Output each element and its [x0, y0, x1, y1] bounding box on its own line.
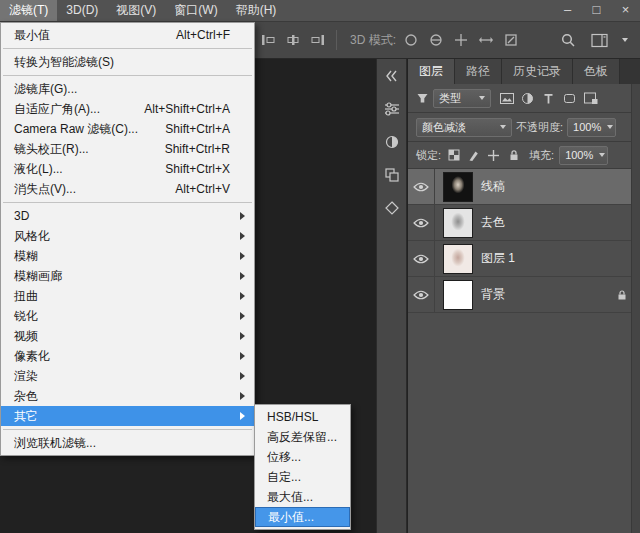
- tab-swatches[interactable]: 色板: [573, 59, 620, 84]
- filter-menu: 最小值 Alt+Ctrl+F 转换为智能滤镜(S) 滤镜库(G)... 自适应广…: [0, 22, 255, 456]
- tab-layers[interactable]: 图层: [408, 59, 455, 84]
- eye-icon: [413, 254, 429, 264]
- close-icon[interactable]: ×: [611, 0, 640, 22]
- lock-position-icon[interactable]: [486, 147, 501, 163]
- menu-view[interactable]: 视图(V): [107, 0, 165, 21]
- filter-type-layers-icon[interactable]: [539, 89, 558, 107]
- search-icon[interactable]: [558, 30, 578, 50]
- menu-item-other[interactable]: 其它: [1, 406, 254, 426]
- menu-item-blur[interactable]: 模糊: [1, 246, 254, 266]
- eye-icon: [413, 290, 429, 300]
- filter-type-select[interactable]: 类型: [433, 89, 491, 108]
- tab-history[interactable]: 历史记录: [502, 59, 573, 84]
- menu-item-stylize[interactable]: 风格化: [1, 226, 254, 246]
- submenu-item-offset[interactable]: 位移...: [255, 447, 350, 467]
- 3d-roll-icon[interactable]: [426, 30, 446, 50]
- menu-item-3d[interactable]: 3D: [1, 206, 254, 226]
- align-right-icon[interactable]: [308, 30, 328, 50]
- tab-paths[interactable]: 路径: [455, 59, 502, 84]
- layer-row-desaturate[interactable]: 去色: [408, 205, 640, 241]
- filter-smart-object-icon[interactable]: [581, 89, 600, 107]
- visibility-toggle[interactable]: [408, 277, 435, 312]
- layer-thumbnail[interactable]: [443, 172, 473, 202]
- filter-adjustment-icon[interactable]: [518, 89, 537, 107]
- menu-item-convert-smart-filters[interactable]: 转换为智能滤镜(S): [1, 52, 254, 72]
- shortcut: Shift+Ctrl+A: [165, 122, 230, 136]
- fill-value: 100%: [565, 149, 593, 161]
- threed-panel-icon[interactable]: [380, 196, 404, 220]
- expand-panels-icon[interactable]: [380, 64, 404, 88]
- filter-image-icon[interactable]: [497, 89, 516, 107]
- submenu-item-maximum[interactable]: 最大值...: [255, 487, 350, 507]
- fill-input[interactable]: 100%: [559, 146, 608, 165]
- panel-scrollbar[interactable]: [631, 84, 640, 533]
- layer-row-background[interactable]: 背景: [408, 277, 640, 313]
- menu-item-adaptive-wide-angle[interactable]: 自适应广角(A)... Alt+Shift+Ctrl+A: [1, 99, 254, 119]
- layer-row-layer1[interactable]: 图层 1: [408, 241, 640, 277]
- submenu-arrow-icon: [240, 232, 245, 240]
- menu-item-camera-raw[interactable]: Camera Raw 滤镜(C)... Shift+Ctrl+A: [1, 119, 254, 139]
- visibility-toggle[interactable]: [408, 205, 435, 240]
- menu-separator: [3, 429, 252, 430]
- menu-item-minimum-repeat[interactable]: 最小值 Alt+Ctrl+F: [1, 25, 254, 45]
- 3d-orbit-icon[interactable]: [401, 30, 421, 50]
- shortcut: Alt+Ctrl+V: [175, 182, 230, 196]
- menu-item-blur-gallery[interactable]: 模糊画廊: [1, 266, 254, 286]
- lock-transparent-icon[interactable]: [446, 147, 461, 163]
- menu-separator: [3, 202, 252, 203]
- menu-item-distort[interactable]: 扭曲: [1, 286, 254, 306]
- menu-3d[interactable]: 3D(D): [57, 0, 107, 21]
- menu-item-video[interactable]: 视频: [1, 326, 254, 346]
- adjustments-panel-icon[interactable]: [380, 130, 404, 154]
- lock-all-icon[interactable]: [506, 147, 521, 163]
- visibility-toggle[interactable]: [408, 169, 435, 204]
- opacity-input[interactable]: 100%: [567, 118, 616, 137]
- layer-thumbnail[interactable]: [443, 280, 473, 310]
- 3d-scale-icon[interactable]: [501, 30, 521, 50]
- submenu-item-minimum[interactable]: 最小值...: [255, 507, 350, 527]
- workspace-dropdown-icon[interactable]: [622, 38, 628, 42]
- photoshop-window: 滤镜(T) 3D(D) 视图(V) 窗口(W) 帮助(H) – □ × 3D 模…: [0, 0, 640, 533]
- layer-name: 线稿: [481, 178, 505, 195]
- window-controls: – □ ×: [553, 0, 640, 21]
- submenu-item-custom[interactable]: 自定...: [255, 467, 350, 487]
- menu-item-noise[interactable]: 杂色: [1, 386, 254, 406]
- menu-help[interactable]: 帮助(H): [227, 0, 286, 21]
- lock-pixels-icon[interactable]: [466, 147, 481, 163]
- menu-item-lens-correction[interactable]: 镜头校正(R)... Shift+Ctrl+R: [1, 139, 254, 159]
- panel-dock: [376, 59, 407, 533]
- filter-shape-icon[interactable]: [560, 89, 579, 107]
- restore-icon[interactable]: □: [582, 0, 611, 22]
- submenu-item-hsb-hsl[interactable]: HSB/HSL: [255, 407, 350, 427]
- menu-item-liquify[interactable]: 液化(L)... Shift+Ctrl+X: [1, 159, 254, 179]
- menu-item-vanishing-point[interactable]: 消失点(V)... Alt+Ctrl+V: [1, 179, 254, 199]
- blend-mode-select[interactable]: 颜色减淡: [416, 118, 512, 137]
- menu-item-browse-filters-online[interactable]: 浏览联机滤镜...: [1, 433, 254, 453]
- submenu-item-high-pass[interactable]: 高反差保留...: [255, 427, 350, 447]
- layer-thumbnail[interactable]: [443, 208, 473, 238]
- align-left-icon[interactable]: [258, 30, 278, 50]
- properties-panel-icon[interactable]: [380, 97, 404, 121]
- filter-funnel-icon: [416, 92, 429, 104]
- channels-panel-icon[interactable]: [380, 163, 404, 187]
- workspace-switcher-icon[interactable]: [590, 30, 610, 50]
- menu-item-pixelate[interactable]: 像素化: [1, 346, 254, 366]
- submenu-arrow-icon: [240, 372, 245, 380]
- submenu-arrow-icon: [240, 392, 245, 400]
- align-center-icon[interactable]: [283, 30, 303, 50]
- visibility-toggle[interactable]: [408, 241, 435, 276]
- menu-window[interactable]: 窗口(W): [165, 0, 226, 21]
- layer-filter-buttons: [497, 89, 600, 107]
- panel-tabs: 图层 路径 历史记录 色板: [408, 59, 640, 84]
- layer-thumbnail[interactable]: [443, 244, 473, 274]
- 3d-pan-icon[interactable]: [451, 30, 471, 50]
- layer-row-lineart[interactable]: 线稿: [408, 169, 640, 205]
- menu-item-filter-gallery[interactable]: 滤镜库(G)...: [1, 79, 254, 99]
- menu-item-sharpen[interactable]: 锐化: [1, 306, 254, 326]
- 3d-slide-icon[interactable]: [476, 30, 496, 50]
- minimize-icon[interactable]: –: [553, 0, 582, 22]
- menu-item-render[interactable]: 渲染: [1, 366, 254, 386]
- menu-filter[interactable]: 滤镜(T): [0, 0, 57, 21]
- opacity-label: 不透明度:: [516, 120, 563, 135]
- lock-label: 锁定:: [416, 148, 441, 163]
